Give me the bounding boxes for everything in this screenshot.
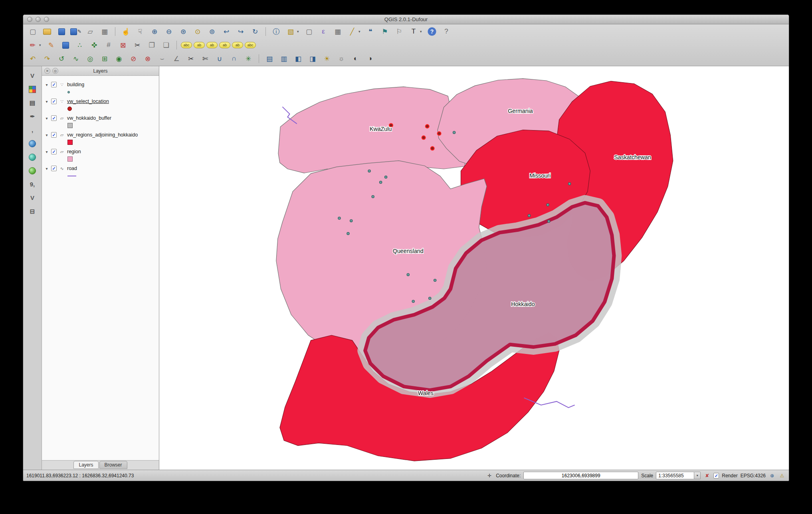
point-symbol-swatch[interactable] — [67, 107, 72, 111]
local-histogram-stretch-icon[interactable]: ▤ — [263, 53, 276, 64]
offset-curve-icon[interactable]: ⌣ — [156, 53, 168, 64]
toggle-editing-icon[interactable]: ✎ — [45, 40, 57, 51]
log-messages-icon[interactable]: ⚠ — [778, 472, 786, 479]
zoom-out-icon[interactable]: ⊖ — [162, 26, 175, 37]
layer-visibility-checkbox[interactable]: ✓ — [51, 99, 57, 104]
building-point[interactable] — [453, 131, 456, 134]
polygon-symbol-swatch[interactable] — [67, 140, 73, 145]
line-symbol-swatch[interactable] — [67, 176, 76, 176]
new-bookmark-icon[interactable]: ⚑ — [378, 26, 391, 37]
move-label-icon[interactable]: ab — [194, 42, 205, 48]
building-point[interactable] — [350, 219, 353, 222]
disclosure-triangle-icon[interactable]: ▾ — [44, 166, 49, 171]
building-point[interactable] — [372, 196, 374, 198]
redo-icon[interactable]: ↷ — [41, 53, 53, 64]
layer-labeling-options-icon[interactable]: abc — [181, 42, 192, 48]
delete-selected-icon[interactable]: ⊠ — [117, 40, 129, 51]
deselect-features-icon[interactable]: ▢ — [303, 26, 315, 37]
disclosure-triangle-icon[interactable]: ▾ — [44, 116, 49, 121]
chevron-down-icon[interactable]: ▾ — [694, 472, 701, 479]
select-features-icon[interactable]: ▧ — [284, 26, 297, 37]
panel-close-icon[interactable]: ✕ — [44, 68, 50, 74]
select-by-expression-icon[interactable]: ε — [317, 26, 330, 37]
zoom-in-icon[interactable]: ⊕ — [148, 26, 161, 37]
current-edits-icon[interactable]: ✏ — [26, 40, 39, 51]
selected-location-point[interactable] — [431, 146, 434, 150]
pin-label-icon[interactable]: ab — [219, 42, 230, 48]
save-project-icon[interactable] — [55, 26, 68, 37]
building-point[interactable] — [368, 170, 370, 172]
new-project-icon[interactable]: ▢ — [26, 26, 39, 37]
layer-item-road[interactable]: ▾ ✓ ∿ road — [44, 164, 157, 179]
attribute-table-icon[interactable]: ▦ — [331, 26, 344, 37]
save-project-as-icon[interactable]: ✎ — [69, 26, 82, 37]
refresh-map-icon[interactable]: ↻ — [249, 26, 261, 37]
show-bookmarks-icon[interactable]: ⚐ — [393, 26, 406, 37]
map-canvas[interactable]: KwaZulu Germania Saskatchewan Missouri Q… — [159, 66, 789, 470]
polygon-symbol-swatch[interactable] — [67, 123, 73, 128]
add-mssql-layer-icon[interactable]: , — [26, 125, 38, 135]
rotate-point-symbols-icon[interactable]: ✳ — [242, 53, 255, 64]
pan-to-selection-icon[interactable]: ☟ — [134, 26, 147, 37]
layer-visibility-checkbox[interactable]: ✓ — [51, 82, 57, 87]
building-point[interactable] — [568, 182, 570, 185]
split-features-icon[interactable]: ✂ — [184, 53, 197, 64]
zoom-to-selection-icon[interactable]: ⊙ — [191, 26, 204, 37]
add-postgis-layer-icon[interactable]: ▤ — [26, 97, 38, 108]
building-point[interactable] — [548, 220, 550, 222]
add-feature-icon[interactable]: ∴ — [73, 40, 86, 51]
building-point[interactable] — [547, 204, 549, 206]
zoom-to-layer-icon[interactable]: ⊚ — [206, 26, 218, 37]
full-contrast-icon[interactable]: ◨ — [306, 53, 319, 64]
zoom-next-icon[interactable]: ↪ — [234, 26, 247, 37]
help-icon[interactable]: ? — [426, 26, 438, 37]
selected-location-point[interactable] — [422, 136, 426, 139]
whats-this-icon[interactable]: ? — [440, 26, 453, 37]
coordinate-input[interactable] — [523, 472, 638, 479]
add-ring-icon[interactable]: ◎ — [84, 53, 97, 64]
split-parts-icon[interactable]: ✄ — [199, 53, 212, 64]
composer-manager-icon[interactable]: ▦ — [98, 26, 111, 37]
chevron-down-icon[interactable]: ▾ — [39, 43, 43, 47]
identify-features-icon[interactable]: ⓘ — [270, 26, 283, 37]
crs-status-icon[interactable]: ⊕ — [768, 472, 776, 479]
extents-toggle-icon[interactable]: ✛ — [486, 472, 493, 479]
selected-location-point[interactable] — [426, 125, 429, 128]
building-point[interactable] — [412, 300, 414, 302]
chevron-down-icon[interactable]: ▾ — [297, 30, 301, 34]
change-label-icon[interactable]: abc — [245, 42, 256, 48]
open-project-icon[interactable] — [41, 26, 53, 37]
layer-name[interactable]: region — [67, 149, 81, 154]
layer-visibility-checkbox[interactable]: ✓ — [51, 166, 57, 171]
new-shapefile-layer-icon[interactable]: V — [26, 192, 38, 203]
pan-map-icon[interactable]: ☝ — [119, 26, 132, 37]
fill-ring-icon[interactable]: ◉ — [113, 53, 125, 64]
building-point[interactable] — [347, 232, 349, 235]
node-tool-icon[interactable]: # — [102, 40, 115, 51]
render-checkbox[interactable]: ✓ — [713, 473, 719, 478]
layer-name[interactable]: road — [67, 166, 77, 171]
layer-name[interactable]: vw_regions_adjoining_hokkaido — [67, 132, 138, 138]
layer-item-region[interactable]: ▾ ✓ ▱ region — [44, 148, 157, 162]
building-point[interactable] — [384, 176, 387, 178]
add-vector-layer-icon[interactable]: V — [26, 70, 38, 81]
add-wcs-layer-icon[interactable] — [26, 152, 38, 162]
building-point[interactable] — [528, 214, 530, 217]
layer-name[interactable]: vw_hokkaido_buffer — [67, 115, 111, 121]
paste-features-icon[interactable]: ❏ — [160, 40, 172, 51]
rotate-feature-icon[interactable]: ↺ — [55, 53, 68, 64]
title-bar[interactable]: QGIS 2.0.1-Dufour — [23, 15, 789, 24]
new-print-composer-icon[interactable]: ▱ — [84, 26, 97, 37]
add-part-icon[interactable]: ⊞ — [98, 53, 111, 64]
increase-brightness-icon[interactable]: ☀ — [321, 53, 333, 64]
merge-features-icon[interactable]: ∪ — [213, 53, 226, 64]
local-contrast-icon[interactable]: ◧ — [292, 53, 305, 64]
undo-icon[interactable]: ↶ — [26, 53, 39, 64]
add-spatialite-layer-icon[interactable]: ✒ — [26, 111, 38, 122]
full-histogram-stretch-icon[interactable]: ▥ — [277, 53, 290, 64]
remove-layer-icon[interactable]: ⊟ — [26, 206, 38, 217]
building-point[interactable] — [338, 217, 341, 219]
save-layer-edits-icon[interactable] — [59, 40, 72, 51]
disclosure-triangle-icon[interactable]: ▾ — [44, 150, 49, 154]
layer-name[interactable]: building — [67, 82, 84, 87]
